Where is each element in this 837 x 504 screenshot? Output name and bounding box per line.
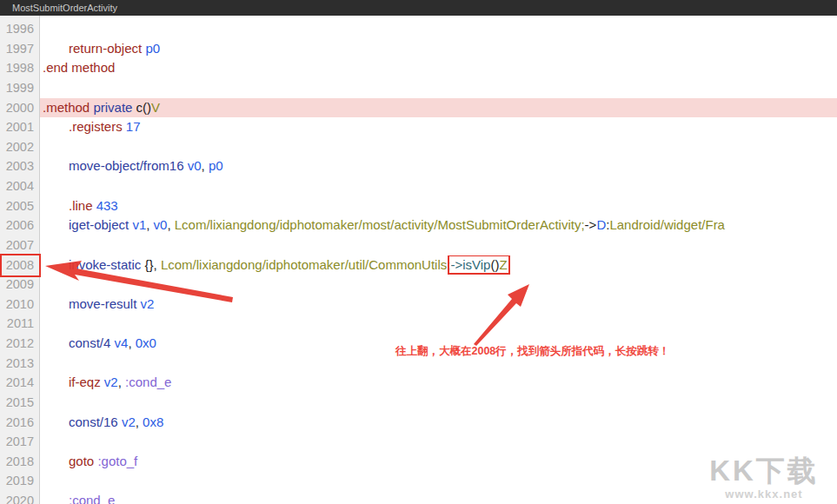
line-number: 2017 [0,432,40,452]
code-line[interactable]: 1999 [0,78,837,98]
line-number: 1998 [0,58,40,78]
code-token: goto [69,454,97,468]
line-number: 2006 [0,216,40,235]
code-token: if-eqz [69,375,104,389]
code-token: const/16 [69,414,122,429]
code-token: const/4 [69,335,115,350]
code-line[interactable]: 2017 [0,432,837,452]
line-number: 2004 [0,176,40,196]
code-line[interactable]: 2006iget-object v1, v0, Lcom/lixiangdong… [0,216,837,235]
code-line[interactable]: 2009 [0,275,837,295]
code-token: iget-object [69,217,132,232]
line-2008-highlight-box [0,254,41,277]
code-area: 19961997return-object p01998.end method1… [0,19,837,504]
line-number: 2018 [0,452,40,472]
code-token: , [118,375,125,389]
code-token: private [93,100,136,115]
code-token: p0 [209,158,223,173]
code-token: v2 [122,414,136,429]
code-token: :goto_f [97,454,137,468]
line-number: 2010 [0,295,40,315]
code-token: v4 [115,335,129,350]
code-line[interactable]: 2015 [0,393,837,413]
code-text [40,432,837,452]
code-text [40,78,837,98]
line-number: 2013 [0,354,40,374]
code-line[interactable]: 1997return-object p0 [0,39,837,59]
code-editor[interactable]: invoke-virtual {v0, v1}, Lcom/lixiangdon… [0,16,837,504]
code-line[interactable]: 2007 [0,235,837,255]
line-number: 2009 [0,275,40,295]
code-token: v0 [154,217,168,232]
code-text [40,314,837,334]
code-token: .end method [43,60,115,75]
annotation-note: 往上翻，大概在2008行，找到箭头所指代码，长按跳转！ [395,344,669,359]
line-number: 1996 [0,19,40,39]
code-token: invoke-static [69,257,145,272]
watermark: KK下载 www.kkx.net [694,455,834,502]
code-token: Lcom/lixiangdong/idphotomaker/util/Commo… [161,257,451,272]
code-token: {}, [145,257,161,272]
code-token: v1 [132,217,146,232]
line-number: 2002 [0,137,40,157]
code-text: iget-object v1, v0, Lcom/lixiangdong/idp… [40,216,837,235]
code-token: ->isVip [450,257,490,272]
code-line[interactable]: 2005.line 433 [0,196,837,216]
code-text [40,176,837,196]
code-text [40,19,837,39]
code-token: .registers [69,119,126,134]
code-text: const/16 v2, 0x8 [40,413,837,433]
code-text [40,235,837,255]
code-token: 0x8 [143,414,163,429]
line-number: 2016 [0,413,40,433]
code-token: v0 [188,158,202,173]
code-line[interactable]: 1998.end method [0,58,837,78]
line-number: 2019 [0,471,40,491]
code-text [40,275,837,295]
line-number: 2015 [0,393,40,413]
line-number: 2011 [0,314,40,334]
line-number: 1999 [0,78,40,98]
app-window: MostSubmitOrderActivity invoke-virtual {… [0,0,837,504]
code-line[interactable]: 2014if-eqz v2, :cond_e [0,373,837,393]
line-number: 2000 [0,98,40,118]
code-line[interactable]: 2002 [0,137,837,157]
code-token: -> [585,217,597,232]
line-number: 2012 [0,334,40,354]
line-number: 2001 [0,117,40,137]
line-number: 1997 [0,39,40,59]
isvip-highlight-box: ->isVip()Z [450,257,507,272]
code-token: 433 [96,198,118,213]
code-token: D [596,217,606,232]
code-line[interactable]: 2008invoke-static {}, Lcom/lixiangdong/i… [0,255,837,275]
code-line[interactable]: 2003move-object/from16 v0, p0 [0,156,837,176]
code-token: , [146,217,153,232]
code-token: V [151,100,160,115]
code-token: move-object/from16 [69,158,188,173]
code-text: move-result v2 [40,295,837,315]
code-token: Lcom/lixiangdong/idphotomaker/most/activ… [175,217,585,232]
code-text: return-object p0 [40,39,837,59]
code-token: Landroid/widget/Fra [609,217,725,232]
title-bar: MostSubmitOrderActivity [0,0,837,16]
code-token: v2 [104,375,118,389]
code-line[interactable]: 2004 [0,176,837,196]
window-title: MostSubmitOrderActivity [0,3,117,13]
code-text: .registers 17 [40,117,837,137]
code-line[interactable]: 2010move-result v2 [0,295,837,315]
code-text: .method private c()V [40,98,837,118]
code-token: :cond_e [125,375,171,389]
code-line[interactable]: 2001.registers 17 [0,117,837,137]
code-token: .method [43,100,93,115]
code-line[interactable]: 2011 [0,314,837,334]
code-line[interactable]: 2016const/16 v2, 0x8 [0,413,837,433]
line-number: 2003 [0,156,40,176]
code-line[interactable]: 1996 [0,19,837,39]
code-line[interactable]: 2000.method private c()V [0,98,837,118]
code-text [40,137,837,157]
code-text [40,393,837,413]
line-number: 2020 [0,491,40,504]
code-token: Z [499,257,507,272]
code-token: return-object [69,41,145,56]
line-number: 2007 [0,235,40,255]
